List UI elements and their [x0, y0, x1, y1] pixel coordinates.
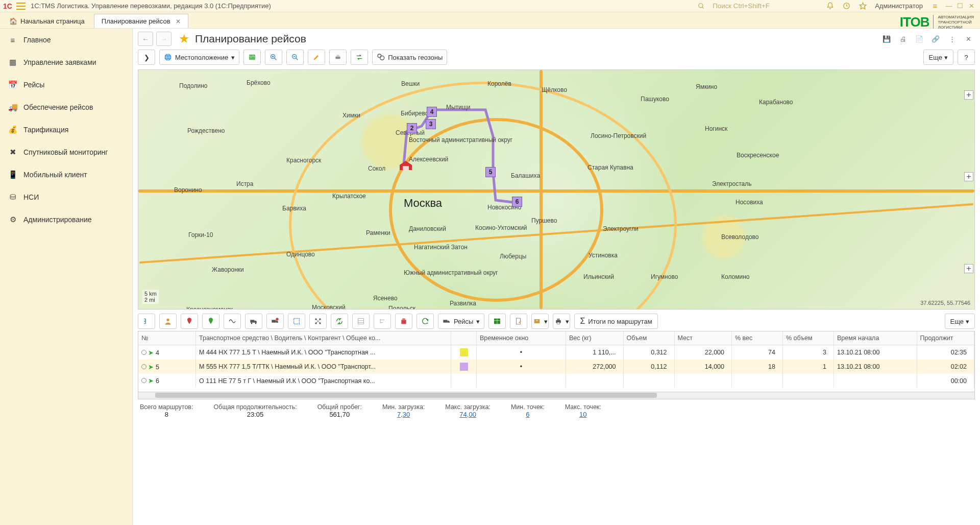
table-icon[interactable] — [488, 314, 506, 329]
grid-header[interactable]: Вес (кг) — [566, 331, 624, 345]
maxload-link[interactable]: 74,00 — [445, 411, 491, 418]
map-container[interactable]: 5 km 2 mi 37.62225, 55.77546 МоскваХимки… — [138, 69, 975, 309]
grid-header[interactable]: № — [138, 331, 196, 345]
edit-doc-icon[interactable] — [510, 314, 527, 329]
align-icon[interactable] — [374, 314, 391, 329]
bell-icon[interactable] — [824, 0, 836, 12]
map-marker[interactable]: 2 — [407, 123, 417, 133]
swap-icon[interactable] — [351, 50, 368, 65]
pin-red-icon[interactable] — [181, 314, 198, 329]
grid-header[interactable]: Транспортное средство \ Водитель \ Контр… — [196, 331, 451, 345]
close-icon[interactable]: ✕ — [966, 2, 977, 10]
star-icon[interactable] — [856, 0, 869, 12]
search-input[interactable] — [709, 1, 822, 11]
tree-icon[interactable] — [138, 314, 155, 329]
forward-button[interactable]: → — [156, 32, 172, 46]
refresh-green-icon[interactable] — [331, 314, 348, 329]
maximize-icon[interactable]: ☐ — [954, 2, 966, 10]
truck-remove-icon[interactable] — [266, 314, 284, 329]
sidebar-item-4[interactable]: 💰Тарификация — [0, 118, 132, 141]
grid-icon[interactable] — [352, 314, 370, 329]
person-icon[interactable] — [159, 314, 177, 329]
export-icon[interactable]: ▾ — [531, 314, 549, 329]
user-name[interactable]: Администратор — [875, 2, 923, 10]
wave-icon[interactable] — [224, 314, 241, 329]
zoom-in-icon[interactable] — [265, 50, 282, 65]
table-row[interactable]: ➤ 4М 444 НХ 777 1,5 Т \ Наемный И.К. \ О… — [138, 345, 974, 360]
minload-link[interactable]: 7,30 — [382, 411, 425, 418]
totals-button[interactable]: Σ Итоги по маршрутам — [574, 314, 657, 329]
tab-home[interactable]: 🏠 Начальная страница — [2, 14, 92, 28]
tab-planning[interactable]: Планирование рейсов ✕ — [94, 14, 188, 28]
map-marker[interactable]: 4 — [427, 107, 437, 117]
table-row[interactable]: ➤ 6О 111 НЕ 77 5 т Г \ Наемный И.К \ ООО… — [138, 374, 974, 388]
sidebar-item-5[interactable]: ✖Спутниковый мониторинг — [0, 141, 132, 163]
delete-icon[interactable] — [395, 314, 412, 329]
sidebar-item-2[interactable]: 📅Рейсы — [0, 74, 132, 96]
sidebar-item-0[interactable]: ≡Главное — [0, 29, 132, 51]
grid-header[interactable]: Мест — [674, 331, 732, 345]
grid-header[interactable]: Продолжит — [917, 331, 974, 345]
truck-icon[interactable] — [245, 314, 262, 329]
panel-right-icon[interactable]: ❯ — [138, 50, 155, 65]
refresh-icon[interactable] — [416, 314, 434, 329]
grid-header[interactable]: Временное окно — [477, 331, 566, 345]
map-zoom-2[interactable]: + — [964, 172, 973, 181]
grid[interactable]: №Транспортное средство \ Водитель \ Конт… — [138, 331, 975, 392]
truck-icon: 🚚 — [7, 103, 18, 112]
history-icon[interactable] — [840, 0, 852, 12]
itob-logo: ITOB АВТОМАТИЗАЦИЯ ТРАНСПОРТНОЙ ЛОГИСТИК… — [900, 14, 974, 30]
link-icon[interactable]: 🔗 — [929, 33, 942, 45]
chevron-down-icon: ▾ — [231, 54, 235, 61]
more-icon[interactable]: ⋮ — [945, 33, 959, 45]
maxpts-link[interactable]: 10 — [565, 411, 601, 418]
grid-header[interactable]: % вес — [732, 331, 783, 345]
grid-header[interactable]: % объем — [783, 331, 834, 345]
sidebar-item-7[interactable]: ⛁НСИ — [0, 186, 132, 208]
map-zoom-3[interactable]: + — [964, 264, 973, 273]
grid-scrollbar[interactable] — [138, 392, 975, 399]
print-icon[interactable]: 🖨 — [896, 33, 910, 45]
map-icon[interactable] — [243, 50, 261, 65]
svg-rect-18 — [403, 166, 409, 170]
geozones-button[interactable]: Показать геозоны — [372, 50, 447, 65]
more-button-top[interactable]: Еще ▾ — [923, 50, 953, 65]
city-label: Косино-Ухтомский — [475, 224, 527, 231]
map-marker[interactable]: 5 — [485, 167, 496, 177]
more-button-bottom[interactable]: Еще ▾ — [945, 314, 975, 329]
sidebar-item-6[interactable]: 📱Мобильный клиент — [0, 163, 132, 186]
location-button[interactable]: Местоположение ▾ — [159, 50, 239, 65]
trips-button[interactable]: Рейсы ▾ — [438, 314, 484, 329]
grid-header[interactable]: Объем — [623, 331, 674, 345]
menu-icon[interactable] — [16, 3, 26, 10]
network-icon[interactable] — [309, 314, 327, 329]
sidebar-item-3[interactable]: 🚚Обеспечение рейсов — [0, 96, 132, 118]
svg-marker-3 — [860, 3, 866, 9]
minpts-link[interactable]: 6 — [511, 411, 545, 418]
grid-header[interactable]: Время начала — [834, 331, 917, 345]
save-icon[interactable]: 💾 — [880, 33, 893, 45]
doc-icon[interactable]: 📄 — [913, 33, 926, 45]
favorite-icon[interactable]: ★ — [179, 32, 190, 46]
pencil-icon[interactable] — [308, 50, 325, 65]
sidebar-item-8[interactable]: ⚙Администрирование — [0, 208, 132, 231]
map-zoom-1[interactable]: + — [964, 90, 973, 100]
close-page-icon[interactable]: ✕ — [962, 33, 975, 45]
map-marker[interactable]: 6 — [512, 197, 522, 207]
erase-icon[interactable] — [329, 50, 347, 65]
sidebar-item-1[interactable]: ▦Управление заявками — [0, 51, 132, 74]
minimize-icon[interactable]: — — [943, 2, 954, 10]
help-button-top[interactable]: ? — [958, 50, 975, 65]
zoom-out-icon[interactable] — [286, 50, 304, 65]
print2-icon[interactable]: ▾ — [553, 314, 570, 329]
tab-close-icon[interactable]: ✕ — [176, 18, 181, 25]
pin-green-icon[interactable] — [202, 314, 219, 329]
app-title: 1С:TMS Логистика. Управление перевозками… — [31, 2, 271, 10]
back-button[interactable]: ← — [138, 32, 153, 46]
grid-header[interactable] — [451, 331, 477, 345]
burger2-icon[interactable]: ≡ — [929, 0, 941, 12]
select-icon[interactable] — [288, 314, 305, 329]
map-marker[interactable]: 3 — [426, 119, 436, 129]
table-row[interactable]: ➤ 5М 555 НХ 777 1,5 Т/ТТК \ Наемный И.К.… — [138, 360, 974, 374]
city-label: Люберцы — [500, 253, 526, 260]
